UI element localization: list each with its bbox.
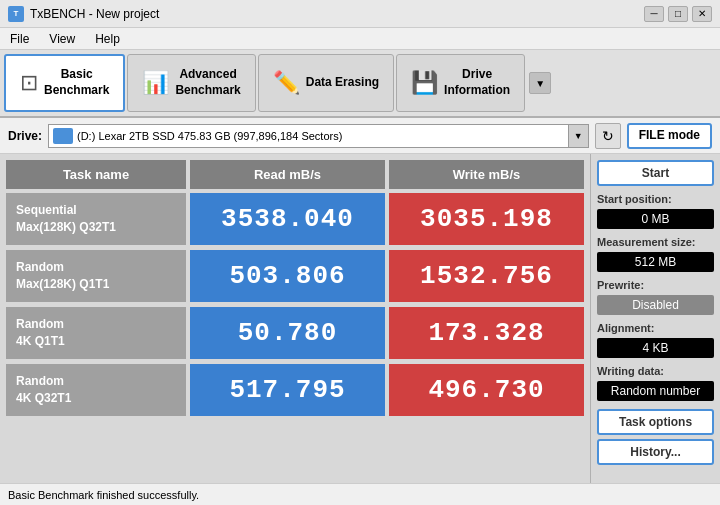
main-area: Task name Read mB/s Write mB/s Sequentia…	[0, 154, 720, 483]
write-cell-3: 173.328	[389, 307, 584, 359]
start-position-value: 0 MB	[597, 209, 714, 229]
app-title: TxBENCH - New project	[30, 7, 159, 21]
maximize-button[interactable]: □	[668, 6, 688, 22]
app-icon: T	[8, 6, 24, 22]
toolbar-advanced-benchmark[interactable]: 📊 Advanced Benchmark	[127, 54, 255, 112]
measurement-size-label: Measurement size:	[597, 236, 714, 248]
toolbar-data-erasing[interactable]: ✏️ Data Erasing	[258, 54, 394, 112]
toolbar: ⊡ Basic Benchmark 📊 Advanced Benchmark ✏…	[0, 50, 720, 118]
advanced-benchmark-label: Advanced Benchmark	[175, 67, 240, 98]
alignment-label: Alignment:	[597, 322, 714, 334]
write-cell-2: 1532.756	[389, 250, 584, 302]
file-mode-button[interactable]: FILE mode	[627, 123, 712, 149]
status-bar: Basic Benchmark finished successfully.	[0, 483, 720, 505]
alignment-value: 4 KB	[597, 338, 714, 358]
prewrite-label: Prewrite:	[597, 279, 714, 291]
read-cell-1: 3538.040	[190, 193, 385, 245]
menu-bar: File View Help	[0, 28, 720, 50]
drive-refresh-button[interactable]: ↻	[595, 123, 621, 149]
data-erasing-icon: ✏️	[273, 70, 300, 96]
table-row: Sequential Max(128K) Q32T1 3538.040 3035…	[6, 193, 584, 245]
drive-information-icon: 💾	[411, 70, 438, 96]
task-cell-1: Sequential Max(128K) Q32T1	[6, 193, 186, 245]
read-header: Read mB/s	[190, 160, 385, 189]
read-cell-4: 517.795	[190, 364, 385, 416]
writing-data-value: Random number	[597, 381, 714, 401]
window-controls: ─ □ ✕	[644, 6, 712, 22]
benchmark-table: Task name Read mB/s Write mB/s Sequentia…	[0, 154, 590, 483]
menu-view[interactable]: View	[45, 31, 79, 47]
toolbar-dropdown-button[interactable]: ▼	[529, 72, 551, 94]
basic-benchmark-label: Basic Benchmark	[44, 67, 109, 98]
right-panel: Start Start position: 0 MB Measurement s…	[590, 154, 720, 483]
start-button[interactable]: Start	[597, 160, 714, 186]
status-message: Basic Benchmark finished successfully.	[8, 489, 199, 501]
history-button[interactable]: History...	[597, 439, 714, 465]
read-cell-2: 503.806	[190, 250, 385, 302]
write-cell-4: 496.730	[389, 364, 584, 416]
advanced-benchmark-icon: 📊	[142, 70, 169, 96]
drive-select-arrow[interactable]: ▼	[569, 124, 589, 148]
basic-benchmark-icon: ⊡	[20, 70, 38, 96]
menu-file[interactable]: File	[6, 31, 33, 47]
drive-information-label: Drive Information	[444, 67, 510, 98]
write-header: Write mB/s	[389, 160, 584, 189]
menu-help[interactable]: Help	[91, 31, 124, 47]
writing-data-label: Writing data:	[597, 365, 714, 377]
minimize-button[interactable]: ─	[644, 6, 664, 22]
title-bar-left: T TxBENCH - New project	[8, 6, 159, 22]
read-cell-3: 50.780	[190, 307, 385, 359]
task-cell-4: Random 4K Q32T1	[6, 364, 186, 416]
task-cell-2: Random Max(128K) Q1T1	[6, 250, 186, 302]
measurement-size-value: 512 MB	[597, 252, 714, 272]
start-position-label: Start position:	[597, 193, 714, 205]
task-header: Task name	[6, 160, 186, 189]
table-row: Random 4K Q1T1 50.780 173.328	[6, 307, 584, 359]
close-button[interactable]: ✕	[692, 6, 712, 22]
data-erasing-label: Data Erasing	[306, 75, 379, 91]
table-header: Task name Read mB/s Write mB/s	[6, 160, 584, 189]
title-bar: T TxBENCH - New project ─ □ ✕	[0, 0, 720, 28]
write-cell-1: 3035.198	[389, 193, 584, 245]
prewrite-value: Disabled	[597, 295, 714, 315]
table-row: Random Max(128K) Q1T1 503.806 1532.756	[6, 250, 584, 302]
drive-select-value: (D:) Lexar 2TB SSD 475.83 GB (997,896,18…	[77, 130, 568, 142]
toolbar-basic-benchmark[interactable]: ⊡ Basic Benchmark	[4, 54, 125, 112]
task-cell-3: Random 4K Q1T1	[6, 307, 186, 359]
drive-label: Drive:	[8, 129, 42, 143]
task-options-button[interactable]: Task options	[597, 409, 714, 435]
table-row: Random 4K Q32T1 517.795 496.730	[6, 364, 584, 416]
drive-row: Drive: (D:) Lexar 2TB SSD 475.83 GB (997…	[0, 118, 720, 154]
toolbar-drive-information[interactable]: 💾 Drive Information	[396, 54, 525, 112]
